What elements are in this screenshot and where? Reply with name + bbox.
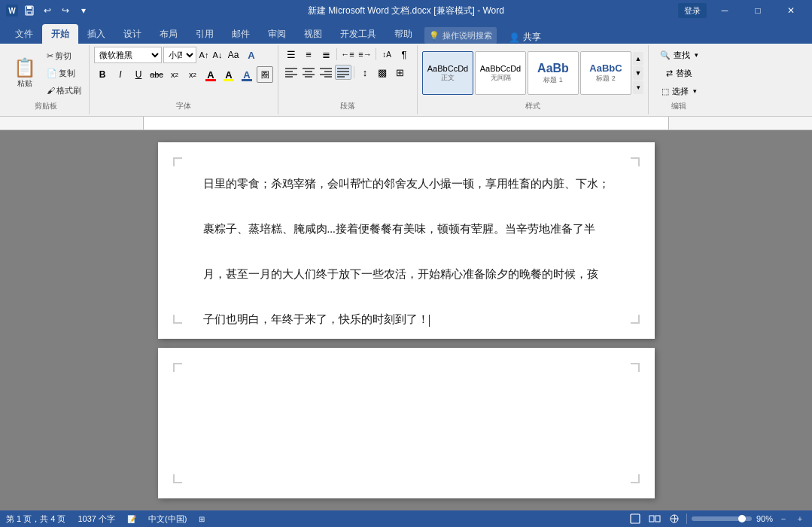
document-area[interactable]: 日里的零食；杀鸡宰猪，会叫帮忙的邻舍友人小撮一顿，享用牲畜的内脏、下水； 裹粽子… — [0, 130, 812, 510]
ruler — [0, 117, 812, 130]
styles-more[interactable]: ▾ — [633, 81, 643, 94]
tab-home[interactable]: 开始 — [42, 24, 78, 44]
tab-developer[interactable]: 开发工具 — [331, 24, 385, 44]
increase-font-btn[interactable]: A↑ — [198, 47, 210, 63]
style-normal-preview: AaBbCcDd — [427, 64, 468, 73]
border-button[interactable]: A — [239, 66, 255, 83]
tab-insert[interactable]: 插入 — [78, 24, 114, 44]
tab-file[interactable]: 文件 — [6, 24, 42, 44]
replace-icon: ⇄ — [666, 69, 673, 78]
justify-btn[interactable] — [335, 65, 351, 80]
language: 中文(中国) — [148, 513, 187, 525]
tab-review[interactable]: 审阅 — [259, 24, 295, 44]
page-1-content[interactable]: 日里的零食；杀鸡宰猪，会叫帮忙的邻舍友人小撮一顿，享用牲畜的内脏、下水； 裹粽子… — [203, 172, 610, 331]
read-mode-btn[interactable] — [647, 513, 662, 525]
font-name-select[interactable]: 微软雅黑 — [94, 47, 162, 63]
clear-format-btn[interactable]: Aa — [225, 47, 242, 63]
word-icon: W — [6, 5, 18, 17]
sort-button[interactable]: ↕A — [379, 47, 395, 62]
paste-button[interactable]: 📋 粘贴 — [8, 54, 42, 92]
tab-view[interactable]: 视图 — [295, 24, 331, 44]
styles-scroll-down[interactable]: ▼ — [633, 66, 643, 80]
restore-button[interactable]: □ — [743, 0, 773, 21]
strikethrough-button[interactable]: abc — [148, 66, 165, 83]
select-button[interactable]: ⬚ 选择 ▾ — [657, 83, 701, 99]
svg-rect-21 — [655, 516, 660, 522]
text-effects-btn[interactable]: A — [243, 47, 260, 63]
superscript-button[interactable]: x2 — [184, 66, 201, 83]
title-bar-left: W ↩ ↪ ▾ — [6, 4, 90, 17]
format-painter-button[interactable]: 🖌 格式刷 — [44, 82, 84, 99]
help-search-label: 操作说明搜索 — [442, 30, 492, 41]
char-border-btn[interactable]: 圈 — [257, 66, 273, 83]
highlight-button[interactable]: A — [220, 66, 237, 83]
font-size-select[interactable]: 小四 — [163, 47, 196, 63]
share-button[interactable]: 👤 共享 — [503, 31, 547, 44]
tab-references[interactable]: 引用 — [187, 24, 223, 44]
cut-button[interactable]: ✂ 剪切 — [44, 47, 84, 64]
numbering-button[interactable]: ≡ — [300, 47, 317, 62]
select-icon: ⬚ — [661, 87, 669, 96]
lightbulb-icon: 💡 — [429, 31, 439, 41]
tab-help[interactable]: 帮助 — [385, 24, 421, 44]
undo-quick-btn[interactable]: ↩ — [41, 4, 54, 17]
italic-button[interactable]: I — [112, 66, 129, 83]
bullets-button[interactable]: ☰ — [283, 47, 300, 62]
font-color-button[interactable]: A — [202, 66, 219, 83]
text-line-4 — [203, 240, 610, 263]
ribbon-group-styles: AaBbCcDd 正文 AaBbCcDd 无间隔 AaBb 标题 1 AaBbC… — [418, 45, 649, 114]
multilevel-button[interactable]: ≣ — [318, 47, 334, 62]
zoom-out-btn[interactable]: − — [777, 513, 789, 524]
layout-icon: ⊞ — [199, 515, 205, 523]
align-left-btn[interactable] — [283, 65, 300, 80]
cut-icon: ✂ — [47, 51, 53, 61]
borders-btn[interactable]: ⊞ — [391, 65, 408, 80]
zoom-slider[interactable] — [692, 516, 752, 521]
replace-button[interactable]: ⇄ 替换 — [661, 65, 697, 81]
login-button[interactable]: 登录 — [678, 3, 707, 18]
style-heading1[interactable]: AaBb 标题 1 — [528, 51, 579, 95]
tab-mailings[interactable]: 邮件 — [223, 24, 259, 44]
bold-button[interactable]: B — [94, 66, 111, 83]
ribbon-tabs: 文件 开始 插入 设计 布局 引用 邮件 审阅 视图 开发工具 帮助 💡 操作说… — [0, 21, 812, 44]
copy-button[interactable]: 📄 复制 — [44, 65, 84, 81]
highlight-indicator — [224, 79, 234, 81]
styles-content: AaBbCcDd 正文 AaBbCcDd 无间隔 AaBb 标题 1 AaBbC… — [422, 47, 643, 99]
style-normal-label: 正文 — [441, 73, 455, 83]
style-normal[interactable]: AaBbCcDd 正文 — [422, 51, 473, 95]
marks-button[interactable]: ¶ — [396, 47, 412, 62]
svg-rect-19 — [631, 514, 640, 523]
text-line-1: 日里的零食；杀鸡宰猪，会叫帮忙的邻舍友人小撮一顿，享用牲畜的内脏、下水； — [203, 172, 610, 195]
decrease-font-btn[interactable]: A↓ — [211, 47, 224, 63]
styles-scroll-up[interactable]: ▲ — [633, 52, 643, 65]
shading-btn[interactable]: ▩ — [374, 65, 391, 80]
font-top-row: 微软雅黑 小四 A↑ A↓ Aa A — [94, 47, 260, 63]
underline-button[interactable]: U — [130, 66, 147, 83]
font-content: 微软雅黑 小四 A↑ A↓ Aa A B I U abc x2 x2 — [94, 47, 273, 99]
text-line-5: 月，甚至一月的大人们终于放下一些农活，开始精心准备除夕的晚餐的时候，孩 — [203, 263, 610, 285]
page-1: 日里的零食；杀鸡宰猪，会叫帮忙的邻舍友人小撮一顿，享用牲畜的内脏、下水； 裹粽子… — [158, 142, 655, 339]
minimize-button[interactable]: ─ — [710, 0, 740, 21]
print-layout-btn[interactable] — [628, 513, 643, 525]
zoom-in-btn[interactable]: + — [794, 513, 806, 524]
increase-indent-btn[interactable]: ≡→ — [357, 47, 373, 62]
align-center-btn[interactable] — [300, 65, 317, 80]
align-right-btn[interactable] — [318, 65, 334, 80]
corner-bl-2 — [173, 474, 182, 483]
subscript-button[interactable]: x2 — [166, 66, 183, 83]
find-button[interactable]: 🔍 查找 ▾ — [655, 47, 703, 63]
find-dropdown-icon: ▾ — [695, 51, 698, 59]
format-painter-icon: 🖌 — [47, 86, 55, 95]
style-no-space[interactable]: AaBbCcDd 无间隔 — [475, 51, 526, 95]
tab-design[interactable]: 设计 — [114, 24, 151, 44]
decrease-indent-btn[interactable]: ←≡ — [339, 47, 356, 62]
redo-quick-btn[interactable]: ↪ — [59, 4, 72, 17]
tab-layout[interactable]: 布局 — [151, 24, 187, 44]
customize-quick-btn[interactable]: ▾ — [77, 4, 90, 17]
web-layout-btn[interactable] — [667, 513, 682, 525]
help-search-box[interactable]: 💡 操作说明搜索 — [424, 27, 497, 44]
save-quick-btn[interactable] — [23, 4, 36, 17]
style-heading2[interactable]: AaBbC 标题 2 — [580, 51, 631, 95]
line-spacing-btn[interactable]: ↕ — [357, 65, 373, 80]
close-button[interactable]: ✕ — [776, 0, 806, 21]
